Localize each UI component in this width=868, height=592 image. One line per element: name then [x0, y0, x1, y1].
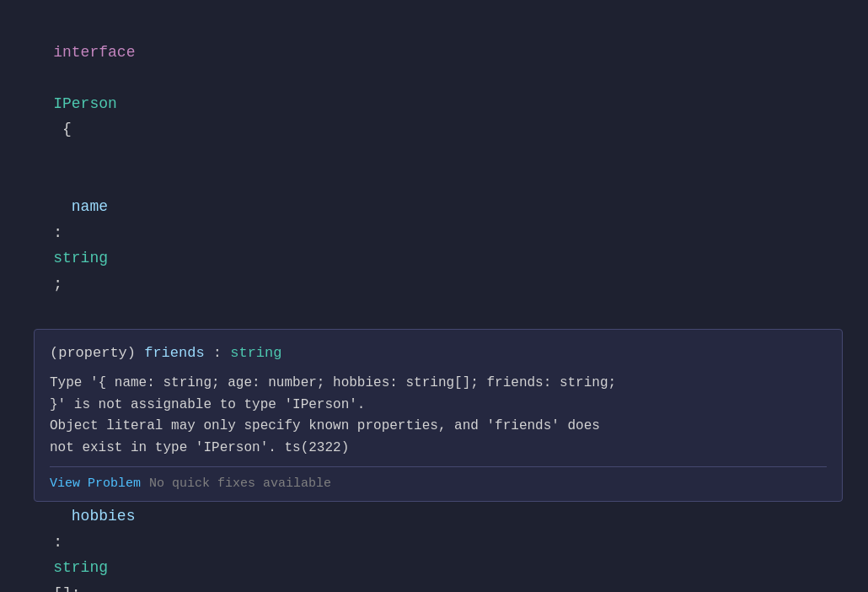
tooltip-body: Type '{ name: string; age: number; hobbi…	[50, 373, 827, 459]
code-line-2: name : string ;	[17, 169, 851, 324]
tooltip-body-line2: }' is not assignable to type 'IPerson'.	[50, 395, 827, 417]
tooltip-footer: View Problem No quick fixes available	[50, 466, 827, 501]
error-tooltip: (property) friends : string Type '{ name…	[34, 329, 843, 502]
tooltip-body-line1: Type '{ name: string; age: number; hobbi…	[50, 373, 827, 395]
tooltip-body-line3: Object literal may only specify known pr…	[50, 416, 827, 438]
keyword-interface: interface	[53, 44, 135, 61]
code-editor: interface IPerson { name : string ; age …	[0, 0, 868, 592]
no-fixes-label: No quick fixes available	[149, 474, 331, 494]
view-problem-link[interactable]: View Problem	[50, 474, 141, 494]
code-line-1: interface IPerson {	[17, 13, 851, 169]
type-iperson: IPerson	[53, 95, 117, 112]
tooltip-body-line4: not exist in type 'IPerson'. ts(2322)	[50, 438, 827, 460]
tooltip-title: (property) friends : string	[50, 342, 827, 364]
